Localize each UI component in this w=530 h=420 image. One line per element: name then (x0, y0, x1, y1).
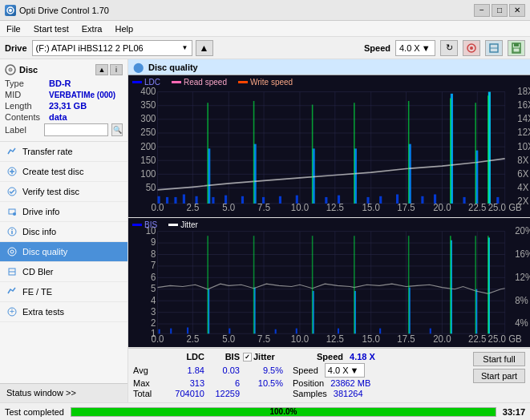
svg-rect-77 (166, 197, 168, 204)
contents-value: data (49, 112, 67, 122)
svg-text:12X: 12X (517, 127, 530, 139)
speed-dropdown-arrow-icon: ▼ (422, 43, 431, 53)
sidebar-item-extra-tests[interactable]: + Extra tests (0, 302, 127, 322)
svg-text:100: 100 (140, 168, 156, 180)
cd-bler-icon (6, 266, 18, 277)
svg-text:12.5: 12.5 (326, 202, 345, 214)
disc-eject-icon[interactable]: ▲ (95, 64, 108, 75)
disc-section-label: Disc (19, 65, 38, 75)
svg-rect-166 (275, 329, 277, 334)
read-speed-legend: Read speed (172, 78, 227, 87)
svg-rect-7 (514, 43, 519, 46)
start-full-button[interactable]: Start full (473, 352, 525, 366)
svg-text:250: 250 (140, 127, 156, 139)
extra-tests-label: Extra tests (22, 307, 64, 317)
fe-te-label: FE / TE (22, 287, 52, 297)
burn-button[interactable] (463, 40, 480, 56)
scan-button[interactable] (485, 40, 503, 56)
svg-text:10.0: 10.0 (291, 202, 310, 214)
avg-bis: 0.03 (208, 365, 240, 375)
menu-start-test[interactable]: Start test (30, 23, 72, 34)
speed-value: 4.0 X (399, 43, 420, 53)
status-window-label: Status window >> (6, 388, 76, 398)
main-layout: Disc ▲ i Type BD-R MID VERBATIMe (000) L… (0, 59, 530, 402)
close-button[interactable]: ✕ (509, 4, 525, 17)
svg-point-21 (8, 248, 16, 256)
verify-test-disc-label: Verify test disc (22, 187, 79, 196)
eject-button[interactable]: ▲ (196, 40, 213, 56)
svg-text:10.0: 10.0 (291, 333, 310, 345)
save-button[interactable] (508, 40, 525, 56)
avg-jitter: 9.5% (243, 365, 283, 375)
length-value: 23,31 GB (49, 101, 87, 111)
svg-rect-79 (183, 194, 185, 203)
menu-file[interactable]: File (3, 23, 24, 34)
total-label: Total (133, 389, 161, 398)
write-speed-legend-label: Write speed (250, 78, 293, 87)
label-input[interactable] (44, 123, 108, 136)
start-part-button[interactable]: Start part (473, 369, 525, 383)
cd-bler-label: CD Bler (22, 267, 54, 277)
main-content: ⬤ Disc quality LDC Read speed (128, 59, 530, 402)
maximize-button[interactable]: □ (492, 4, 508, 17)
total-bis: 12259 (208, 389, 240, 398)
svg-text:8X: 8X (517, 154, 528, 166)
sidebar-item-create-test-disc[interactable]: Create test disc (0, 162, 127, 182)
sidebar-item-transfer-rate[interactable]: Transfer rate (0, 142, 127, 162)
label-field-label: Label (5, 125, 41, 135)
sidebar: Disc ▲ i Type BD-R MID VERBATIMe (000) L… (0, 59, 128, 402)
disc-info-icon[interactable]: i (110, 64, 123, 75)
svg-text:8%: 8% (515, 294, 528, 305)
svg-rect-90 (325, 197, 327, 204)
minimize-button[interactable]: − (474, 4, 490, 17)
bis-legend: BIS (132, 220, 157, 229)
disc-label-row: Label 🔍 (5, 123, 123, 136)
label-edit-button[interactable]: 🔍 (111, 123, 123, 136)
drive-dropdown[interactable]: (F:) ATAPI iHBS112 2 PL06 ▼ (32, 40, 192, 56)
status-text: Test completed (5, 407, 64, 417)
sidebar-item-disc-info[interactable]: Disc info (0, 222, 127, 242)
sidebar-item-fe-te[interactable]: FE / TE (0, 282, 127, 302)
speed-dropdown[interactable]: 4.0 X ▼ (395, 40, 435, 56)
status-window-button[interactable]: Status window >> (0, 383, 127, 402)
jitter-checkbox[interactable]: ✓ (243, 353, 252, 361)
disc-quality-title: Disc quality (148, 63, 198, 72)
chart2-legend: BIS Jitter (132, 220, 203, 229)
titlebar-left: Opti Drive Control 1.70 (5, 5, 109, 16)
menu-extra[interactable]: Extra (79, 23, 106, 34)
avg-ldc: 1.84 (164, 365, 204, 375)
svg-rect-78 (174, 197, 176, 204)
jitter-checkbox-area[interactable]: ✓ Jitter (243, 352, 307, 361)
refresh-button[interactable]: ↻ (440, 40, 458, 56)
svg-text:50: 50 (146, 181, 156, 193)
svg-point-3 (470, 46, 473, 50)
sidebar-item-drive-info[interactable]: Drive info (0, 202, 127, 222)
svg-rect-93 (366, 197, 369, 204)
sidebar-item-disc-quality[interactable]: Disc quality (0, 242, 127, 262)
menu-help[interactable]: Help (111, 23, 136, 34)
svg-rect-173 (430, 329, 431, 334)
speed-stats-value: 4.18 X (350, 352, 375, 361)
total-ldc: 704010 (164, 389, 204, 398)
speed-select-arrow-icon: ▼ (350, 365, 359, 375)
stats-ldc-header: LDC (164, 352, 204, 361)
sidebar-item-cd-bler[interactable]: CD Bler (0, 262, 127, 282)
svg-text:7: 7 (151, 260, 156, 271)
svg-text:7.5: 7.5 (257, 333, 270, 345)
svg-rect-76 (158, 196, 160, 204)
bis-legend-label: BIS (144, 220, 157, 229)
svg-rect-94 (379, 196, 382, 204)
speed-select-dropdown[interactable]: 4.0 X ▼ (325, 363, 365, 378)
svg-text:6X: 6X (517, 168, 528, 180)
type-value: BD-R (49, 79, 71, 88)
mid-label: MID (5, 90, 49, 99)
sidebar-item-verify-test-disc[interactable]: Verify test disc (0, 182, 127, 202)
svg-text:16X: 16X (517, 99, 530, 111)
svg-rect-162 (187, 328, 188, 334)
max-ldc: 313 (164, 378, 204, 388)
verify-test-disc-icon (6, 186, 18, 197)
contents-label: Contents (5, 112, 49, 122)
avg-label: Avg (133, 365, 161, 375)
drive-dropdown-value: (F:) ATAPI iHBS112 2 PL06 (36, 43, 144, 53)
disc-mid-row: MID VERBATIMe (000) (5, 90, 123, 99)
